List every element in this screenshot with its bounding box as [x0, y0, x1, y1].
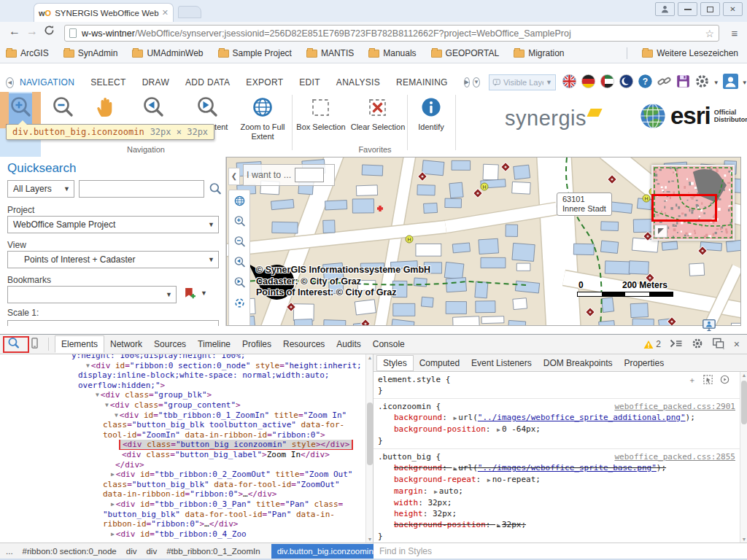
toolbar-button-identify[interactable]: Identify — [409, 92, 454, 153]
css-property[interactable]: background: ▶url("../images/weboffice_sp… — [378, 462, 735, 474]
view-select[interactable]: Points of Interest + Cadaster▼ — [7, 251, 219, 268]
css-selector[interactable]: element.style { — [378, 375, 450, 384]
forward-icon[interactable]: → — [26, 25, 38, 38]
i-want-to-box[interactable]: I want to ... — [243, 164, 335, 186]
dom-tree-line[interactable]: ▼<div id="tbb_ribbon:0_1_ZoomIn" title="… — [0, 411, 373, 421]
browser-menu-icon[interactable]: ≡ — [725, 26, 744, 41]
breadcrumb-item[interactable]: ... — [6, 547, 13, 556]
settings-gear-icon[interactable] — [694, 74, 710, 91]
breadcrumb-item[interactable]: #tbb_ribbon:0_1_ZoomIn — [166, 547, 260, 556]
dom-tree-line[interactable]: <div class="button_big iconzoomin" style… — [0, 440, 373, 450]
bookmark-item[interactable]: MANTIS — [306, 48, 354, 58]
menu-item-draw[interactable]: DRAW — [142, 77, 169, 88]
overview-extent-rect[interactable] — [651, 194, 717, 222]
css-selector[interactable]: .iconzoomin { — [378, 402, 441, 411]
collapse-up-icon[interactable] — [233, 325, 245, 326]
devtools-tab-console[interactable]: Console — [367, 335, 411, 353]
search-icon[interactable] — [209, 182, 222, 198]
breadcrumb-item[interactable]: #ribbon:0 section:0_node — [23, 547, 117, 556]
animations-icon[interactable] — [720, 375, 729, 386]
zoom-out-icon[interactable] — [233, 236, 246, 251]
toolbar-button-clear-selection[interactable]: Clear Selection — [349, 92, 407, 153]
dom-tree-line[interactable]: ▶<div id="tbb_ribbon:0_3_Pan" title="Pan… — [0, 499, 373, 510]
stylesheet-link[interactable]: weboffice_packed.css:2855 — [614, 451, 735, 462]
quicksearch-input[interactable] — [79, 180, 204, 198]
sidebar-collapse-icon[interactable]: ❮ — [228, 168, 240, 185]
menu-item-edit[interactable]: EDIT — [299, 77, 320, 88]
toolbar-button-zoom-out[interactable]: Zoom Out — [42, 92, 83, 153]
devtools-settings-icon[interactable] — [692, 338, 703, 351]
dom-tree-line[interactable]: ▶<div id="tbb_ribbon:0_4_Zoo — [0, 529, 373, 540]
breadcrumb-item[interactable]: div — [126, 547, 137, 556]
devtools-tab-sources[interactable]: Sources — [148, 335, 192, 353]
toolbar-button-box-selection[interactable]: Box Selection — [295, 92, 347, 153]
tab-close-icon[interactable]: ✕ — [162, 8, 169, 18]
dom-tree-line[interactable]: ▼<div id="ribbon:0 section:0_node" style… — [0, 361, 373, 371]
scrollbar-thumb[interactable] — [741, 381, 747, 424]
css-property[interactable]: background-position: ▶0 -64px; — [378, 424, 735, 435]
stylesheet-link[interactable]: weboffice_packed.css:2901 — [614, 401, 735, 412]
dom-tree-line[interactable]: display:inline-block;white-space: normal… — [0, 370, 373, 381]
devtools-tab-audits[interactable]: Audits — [330, 335, 366, 353]
scale-input[interactable] — [7, 320, 219, 326]
bookmark-item[interactable]: GEOPORTAL — [431, 48, 500, 58]
toolbar-button-previous-extent[interactable]: Previous — [127, 92, 179, 153]
map-view[interactable]: HHTH ❮ I want to ... 63101 Innere Stadt … — [226, 157, 741, 326]
dom-tree-line[interactable]: tool-id="ZoomIn" data-in-ribbon-id="ribb… — [0, 430, 373, 440]
menu-item-export[interactable]: EXPORT — [246, 77, 283, 88]
dom-tree-line[interactable]: data-in-ribbon-id="ribbon:0">…</div> — [0, 489, 373, 499]
elements-scrollbar[interactable]: ▲ ▼ — [365, 354, 373, 542]
profile-icon[interactable] — [655, 2, 675, 16]
dom-tree-line[interactable]: "button_big_blk" data-for-tool-id="Pan" … — [0, 510, 373, 520]
bookmark-item[interactable]: SynAdmin — [63, 48, 118, 58]
devtools-tab-profiles[interactable]: Profiles — [236, 335, 277, 353]
bookmark-item[interactable]: Migration — [514, 48, 564, 58]
dom-tree-line[interactable]: overflow:hidden;"> — [0, 381, 373, 391]
styles-tab-properties[interactable]: Properties — [618, 355, 670, 371]
dom-tree-line[interactable]: ▼<div class="group_content"> — [0, 400, 373, 411]
i-want-to-input[interactable] — [295, 168, 324, 182]
maximize-button[interactable] — [700, 2, 720, 16]
menu-item-add-data[interactable]: ADD DATA — [185, 77, 230, 88]
dom-tree-line[interactable]: ▶<div id="tbb_ribbon:0_2_ZoomOut" title=… — [0, 470, 373, 480]
toolbar-button-next-extent[interactable]: Next Extent — [181, 92, 233, 153]
next-extent-icon[interactable] — [233, 276, 246, 292]
css-property[interactable]: background-repeat: ▶no-repeat; — [378, 474, 735, 486]
css-property[interactable]: background: ▶url("../images/weboffice_sp… — [378, 412, 735, 424]
styles-scrollbar[interactable]: ▲ ▼ — [740, 372, 747, 542]
back-icon[interactable]: ← — [9, 25, 20, 38]
breadcrumb-item[interactable]: div — [146, 547, 157, 556]
add-bookmark-icon[interactable] — [184, 287, 196, 303]
menu-item-remaining[interactable]: REMAINING — [396, 77, 448, 88]
devtools-tab-network[interactable]: Network — [104, 335, 148, 353]
layer-filter-select[interactable]: All Layers▼ — [7, 180, 74, 198]
flag-de-icon[interactable] — [581, 74, 596, 91]
bookmark-item[interactable]: Sample Project — [218, 48, 292, 58]
menu-item-select[interactable]: SELECT — [90, 77, 125, 88]
bookmark-item[interactable]: ArcGIS — [6, 48, 49, 58]
toolbar-button-zoom-full-extent[interactable]: Zoom to Full Extent — [233, 92, 292, 153]
center-position-icon[interactable] — [233, 297, 246, 312]
selected-dom-node[interactable]: <div class="button_big iconzoomin" style… — [119, 440, 353, 450]
dock-side-icon[interactable] — [712, 338, 725, 351]
crescent-icon[interactable] — [619, 74, 634, 91]
css-property[interactable]: margin: ▶auto; — [378, 486, 735, 497]
overview-map[interactable] — [651, 165, 735, 241]
dom-tree-line[interactable]: ribbon-id="ribbon:0">…</div> — [0, 519, 373, 529]
device-mode-icon[interactable] — [28, 336, 41, 352]
dom-tree-line[interactable]: <div class="button_big_label">Zoom In</d… — [0, 450, 373, 460]
bookmark-star-icon[interactable]: ☆ — [705, 28, 714, 39]
url-bar[interactable]: w-ws-wintner /WebOffice/synserver;jsessi… — [64, 25, 719, 42]
flag-ae-icon[interactable] — [600, 74, 615, 91]
css-property[interactable]: height: 32px; — [378, 508, 735, 519]
menu-item-navigation[interactable]: NAVIGATION — [20, 77, 74, 88]
overview-collapse-icon[interactable] — [654, 225, 667, 238]
devtools-tab-resources[interactable]: Resources — [277, 335, 330, 353]
ribbon-next-icon[interactable]: ▶ — [464, 77, 470, 88]
help-icon[interactable]: ? — [638, 74, 653, 91]
visible-layers-control[interactable]: i Visible Layers ▼ — [489, 74, 556, 90]
css-property[interactable]: background-position: ▶32px; — [378, 519, 735, 531]
warnings-badge[interactable]: 2 — [643, 339, 661, 349]
ribbon-collapse-icon[interactable]: ◄ — [6, 77, 14, 88]
dropdown-caret-icon[interactable]: ▼ — [713, 79, 719, 86]
